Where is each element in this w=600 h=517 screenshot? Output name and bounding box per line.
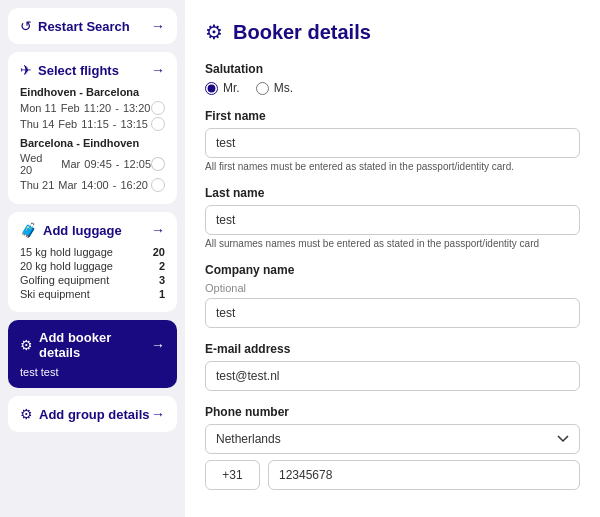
flight-depart: 11:15 — [81, 118, 109, 130]
add-luggage-button[interactable]: 🧳 Add luggage → — [20, 222, 165, 238]
add-luggage-label: Add luggage — [43, 223, 122, 238]
company-name-optional: Optional — [205, 282, 580, 294]
phone-label: Phone number — [205, 405, 580, 419]
company-name-label: Company name — [205, 263, 580, 277]
salutation-mr-option[interactable]: Mr. — [205, 81, 240, 95]
last-name-label: Last name — [205, 186, 580, 200]
first-name-field: First name All first names must be enter… — [205, 109, 580, 172]
select-flights-label: Select flights — [38, 63, 119, 78]
company-name-field: Company name Optional — [205, 263, 580, 328]
phone-row-wrapper: +31 — [205, 460, 580, 490]
plane-icon: ✈ — [20, 62, 32, 78]
sidebar: ↺ Restart Search → ✈ Select flights → Ei… — [0, 0, 185, 517]
flight-dash: - — [113, 179, 117, 191]
flight-day: Thu 14 — [20, 118, 54, 130]
flight-row: Thu 21 Mar 14:00 - 16:20 — [20, 178, 165, 192]
add-luggage-card: 🧳 Add luggage → 15 kg hold luggage 20 20… — [8, 212, 177, 312]
flight-month: Mar — [58, 179, 77, 191]
luggage-name: Ski equipment — [20, 288, 90, 300]
luggage-arrow-icon: → — [151, 222, 165, 238]
add-booker-card: ⚙ Add booker details → test test — [8, 320, 177, 388]
booker-name: test test — [20, 366, 165, 378]
restart-search-button[interactable]: ↺ Restart Search → — [20, 18, 165, 34]
select-flights-card: ✈ Select flights → Eindhoven - Barcelona… — [8, 52, 177, 204]
restart-search-label: Restart Search — [38, 19, 130, 34]
add-booker-label: Add booker details — [39, 330, 151, 360]
restart-arrow-icon: → — [151, 18, 165, 34]
flight-row: Wed 20 Mar 09:45 - 12:05 — [20, 152, 165, 176]
flight-indicator — [151, 101, 165, 115]
flight-month: Mar — [61, 158, 80, 170]
group-icon: ⚙ — [20, 406, 33, 422]
list-item: 20 kg hold luggage 2 — [20, 260, 165, 272]
luggage-count: 20 — [153, 246, 165, 258]
salutation-field: Salutation Mr. Ms. — [205, 62, 580, 95]
flights-section: Eindhoven - Barcelona Mon 11 Feb 11:20 -… — [20, 86, 165, 192]
first-name-input[interactable] — [205, 128, 580, 158]
flight-dash: - — [116, 158, 120, 170]
add-group-card: ⚙ Add group details → — [8, 396, 177, 432]
salutation-ms-option[interactable]: Ms. — [256, 81, 293, 95]
select-flights-button[interactable]: ✈ Select flights → — [20, 62, 165, 78]
route2-name: Barcelona - Eindhoven — [20, 137, 165, 149]
flight-arrive: 13:15 — [120, 118, 148, 130]
flight-dash: - — [115, 102, 119, 114]
add-booker-button[interactable]: ⚙ Add booker details → — [20, 330, 165, 360]
phone-field: Phone number Netherlands +31 — [205, 405, 580, 490]
flight-row: Mon 11 Feb 11:20 - 13:20 — [20, 101, 165, 115]
last-name-input[interactable] — [205, 205, 580, 235]
flight-dash: - — [113, 118, 117, 130]
restart-icon: ↺ — [20, 18, 32, 34]
flight-indicator — [151, 178, 165, 192]
luggage-name: 20 kg hold luggage — [20, 260, 113, 272]
phone-code: +31 — [205, 460, 260, 490]
list-item: 15 kg hold luggage 20 — [20, 246, 165, 258]
flight-day: Wed 20 — [20, 152, 57, 176]
salutation-ms-radio[interactable] — [256, 82, 269, 95]
flight-depart: 11:20 — [84, 102, 112, 114]
flight-month: Feb — [58, 118, 77, 130]
email-input[interactable] — [205, 361, 580, 391]
flight-month: Feb — [61, 102, 80, 114]
flight-depart: 14:00 — [81, 179, 109, 191]
first-name-hint: All first names must be entered as state… — [205, 161, 580, 172]
email-field: E-mail address — [205, 342, 580, 391]
luggage-count: 2 — [159, 260, 165, 272]
luggage-count: 1 — [159, 288, 165, 300]
salutation-mr-radio[interactable] — [205, 82, 218, 95]
flight-day: Mon 11 — [20, 102, 57, 114]
salutation-label: Salutation — [205, 62, 580, 76]
restart-search-card: ↺ Restart Search → — [8, 8, 177, 44]
list-item: Golfing equipment 3 — [20, 274, 165, 286]
flight-indicator — [151, 157, 165, 171]
booker-icon: ⚙ — [20, 337, 33, 353]
add-group-label: Add group details — [39, 407, 150, 422]
luggage-name: 15 kg hold luggage — [20, 246, 113, 258]
group-arrow-icon: → — [151, 406, 165, 422]
luggage-count: 3 — [159, 274, 165, 286]
flight-arrive: 13:20 — [123, 102, 151, 114]
flight-arrive: 16:20 — [120, 179, 148, 191]
email-label: E-mail address — [205, 342, 580, 356]
salutation-mr-label: Mr. — [223, 81, 240, 95]
company-name-input[interactable] — [205, 298, 580, 328]
luggage-name: Golfing equipment — [20, 274, 109, 286]
booker-details-icon: ⚙ — [205, 20, 223, 44]
list-item: Ski equipment 1 — [20, 288, 165, 300]
phone-country-select[interactable]: Netherlands — [205, 424, 580, 454]
main-content: ⚙ Booker details Salutation Mr. Ms. Firs… — [185, 0, 600, 517]
last-name-field: Last name All surnames names must be ent… — [205, 186, 580, 249]
flight-indicator — [151, 117, 165, 131]
flights-arrow-icon: → — [151, 62, 165, 78]
add-group-button[interactable]: ⚙ Add group details → — [20, 406, 165, 422]
phone-row: +31 — [205, 460, 580, 490]
flight-day: Thu 21 — [20, 179, 54, 191]
last-name-hint: All surnames names must be entered as st… — [205, 238, 580, 249]
route1-name: Eindhoven - Barcelona — [20, 86, 165, 98]
salutation-radio-group: Mr. Ms. — [205, 81, 580, 95]
luggage-icon: 🧳 — [20, 222, 37, 238]
first-name-label: First name — [205, 109, 580, 123]
phone-number-input[interactable] — [268, 460, 580, 490]
booker-arrow-icon: → — [151, 337, 165, 353]
salutation-ms-label: Ms. — [274, 81, 293, 95]
